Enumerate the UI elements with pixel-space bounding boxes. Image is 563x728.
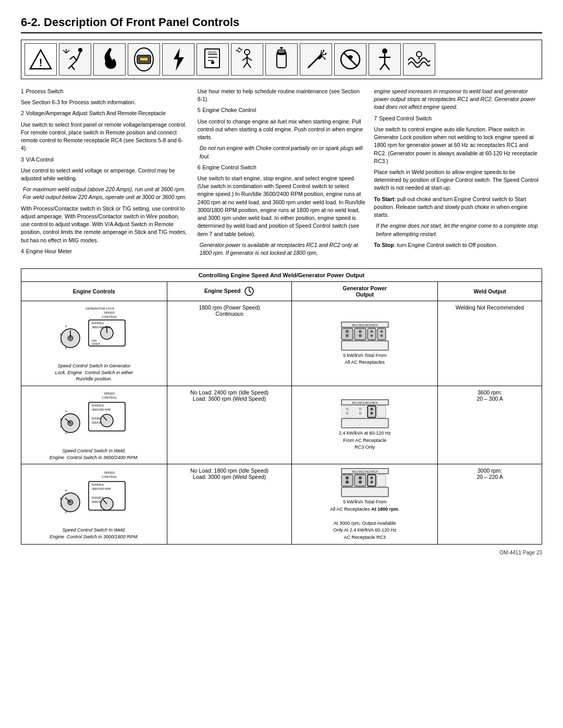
svg-line-8 (71, 66, 75, 70)
svg-point-84 (380, 334, 383, 337)
svg-text:D: D (65, 511, 67, 514)
item1-num: 1 (21, 88, 24, 94)
svg-text:CONTROL: CONTROL (102, 396, 118, 399)
svg-rect-113 (377, 406, 386, 417)
gen-output-label: Output (296, 291, 433, 298)
to-start-text: : pull out choke and turn Engine Control… (374, 196, 528, 218)
svg-point-105 (346, 408, 349, 411)
item3-note1: For maximum weld output (above 220 Amps)… (21, 186, 189, 201)
svg-line-53 (249, 291, 251, 292)
main-content-columns: 1Process Switch See Section 6-3 for Proc… (21, 88, 542, 260)
eye-protection-icon (128, 43, 160, 76)
svg-rect-114 (341, 418, 388, 428)
table-row: GENERATOR LOCK SPEED CONTROL RUN/IDLE 36… (21, 301, 542, 386)
svg-point-112 (370, 412, 373, 415)
item6-note: Generator power is available at receptac… (198, 241, 366, 257)
item6-label: Engine Control Switch (203, 164, 256, 170)
svg-point-20 (211, 61, 214, 64)
col-header-generator-power: Generator Power Output (292, 282, 438, 301)
svg-point-81 (370, 334, 373, 337)
svg-point-75 (346, 334, 349, 337)
item3-num: 3 (21, 156, 24, 163)
row1-diagram-cell: GENERATOR LOCK SPEED CONTROL RUN/IDLE 36… (21, 301, 167, 386)
svg-text:CONTROL: CONTROL (102, 475, 118, 478)
svg-point-22 (244, 50, 250, 55)
to-stop-text: : turn Engine Control switch to Off posi… (394, 242, 498, 248)
row3-engine-speed: No Load: 1800 rpm (Idle Speed) Load: 300… (167, 464, 292, 545)
svg-rect-79 (368, 328, 376, 340)
item3-text: Use control to select weld voltage or am… (21, 167, 189, 182)
row1-weld-output: Welding Not Recommended (438, 301, 542, 386)
manual-icon: READ (197, 43, 229, 76)
svg-text:RUN/IDLE: RUN/IDLE (92, 404, 104, 407)
item6-num: 6 (198, 164, 201, 170)
svg-point-39 (323, 50, 325, 52)
svg-line-24 (242, 57, 247, 60)
svg-rect-28 (277, 53, 286, 68)
item2-label: Voltage/Amperage Adjust Switch And Remot… (26, 110, 166, 116)
svg-text:RUN/IDLE: RUN/IDLE (92, 483, 104, 486)
svg-text:RC1    RC2    RC3    RC4: RC1 RC2 RC3 RC4 (352, 324, 378, 327)
item1-label: Process Switch (26, 88, 64, 94)
svg-line-26 (243, 63, 247, 68)
svg-point-44 (382, 48, 387, 54)
item5-note: Do not run engine with Choke control par… (198, 144, 366, 160)
svg-text:CONTROL: CONTROL (102, 315, 118, 318)
item3-label: V/A Control (26, 156, 54, 163)
svg-point-134 (346, 476, 349, 479)
svg-point-49 (417, 52, 422, 57)
item6-text: Use switch to start engine, stop engine,… (198, 175, 366, 238)
item5-text: Use control to change engine air-fuel mi… (198, 118, 366, 142)
svg-point-140 (370, 477, 373, 479)
svg-line-47 (380, 64, 385, 70)
row2-weld-output: 3600 rpm: 20 – 300 A (438, 386, 542, 464)
svg-rect-82 (377, 328, 386, 340)
svg-point-108 (359, 408, 362, 411)
power-table: Controlling Engine Speed And Weld/Genera… (21, 268, 542, 545)
row1-engine-speed: 1800 rpm (Power Speed) Continuous (167, 301, 292, 386)
svg-text:READ: READ (208, 51, 217, 54)
svg-text:SPEED: SPEED (104, 471, 115, 474)
warning-triangle-icon: ! (25, 43, 57, 76)
svg-point-135 (346, 480, 349, 484)
svg-text:3600/2400 RPM: 3600/2400 RPM (92, 326, 111, 329)
svg-rect-110 (368, 406, 376, 417)
water-hazard-icon (403, 43, 435, 76)
item3b-text: With Process/Contactor switch in Stick o… (21, 205, 189, 244)
svg-point-109 (359, 412, 362, 415)
svg-text:3600/2400 RPM: 3600/2400 RPM (92, 487, 111, 490)
item7-text: Use switch to control engine auto idle f… (374, 126, 542, 165)
svg-point-41 (324, 58, 326, 60)
svg-text:SPEED: SPEED (104, 311, 115, 314)
row2-diagram-cell: SPEED CONTROL RUN/IDLE 3600/2400 RPM RUN… (21, 386, 167, 464)
row2-diagram-label: Speed Control Switch In Weld.Engine Cont… (26, 448, 163, 461)
svg-text:RUN/IDLE: RUN/IDLE (92, 496, 104, 499)
table-row: SPEED CONTROL RUN/IDLE 3600/2400 RPM RUN… (21, 386, 542, 464)
item4-label: Engine Hour Meter (26, 248, 72, 254)
svg-point-40 (325, 53, 327, 55)
item5-label: Engine Choke Control (203, 107, 256, 113)
svg-line-7 (68, 66, 71, 69)
item1-text: See Section 6-3 for Process switch infor… (21, 98, 189, 106)
svg-line-6 (70, 56, 74, 59)
col-header-weld-output: Weld Output (438, 282, 542, 301)
svg-rect-139 (368, 475, 376, 486)
item5-num: 5 (198, 107, 201, 113)
item4-text: Use hour meter to help schedule routine … (198, 88, 366, 103)
svg-point-80 (370, 330, 373, 332)
svg-line-4 (71, 60, 77, 66)
row1-gen-power: RC1 RC2 RC3 RC4 5 kW/kVA Total Fro (292, 301, 438, 386)
svg-line-27 (247, 63, 251, 68)
item2-num: 2 (21, 110, 24, 116)
col-header-engine-speed: Engine Speed (167, 282, 292, 301)
fumes-icon (231, 43, 263, 76)
svg-point-2 (78, 48, 82, 52)
footer-text: OM-4411 Page 23 (499, 550, 542, 556)
svg-line-3 (77, 52, 80, 60)
svg-point-106 (346, 412, 349, 415)
row3-gen-power: RC1 RC2 RC3 RC4 5 kW/kVA Total FromAll A… (292, 464, 438, 545)
svg-point-83 (380, 330, 383, 332)
sparks-icon (300, 43, 332, 76)
item7-label: Speed Control Switch (379, 115, 432, 121)
column-2: Use hour meter to help schedule routine … (198, 88, 366, 260)
